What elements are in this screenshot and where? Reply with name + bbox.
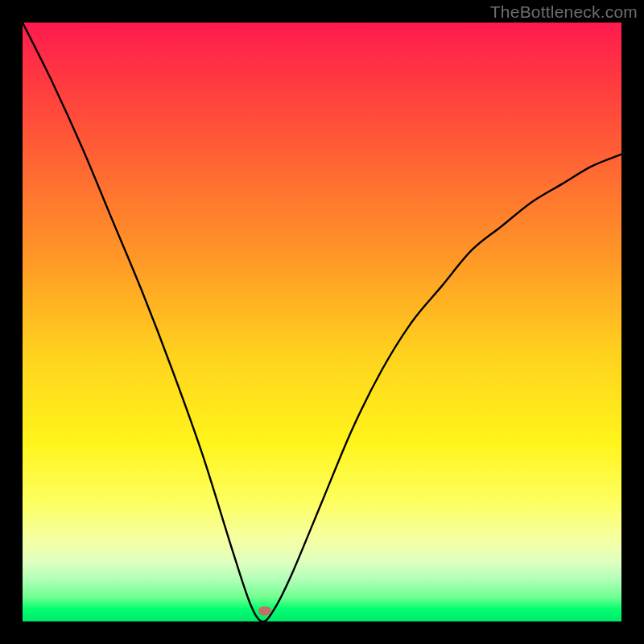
curve-path (23, 23, 621, 621)
chart-frame: TheBottleneck.com (0, 0, 644, 644)
minimum-marker (258, 607, 271, 616)
curve-svg (23, 23, 621, 621)
plot-area (23, 23, 621, 621)
watermark-text: TheBottleneck.com (490, 2, 638, 22)
